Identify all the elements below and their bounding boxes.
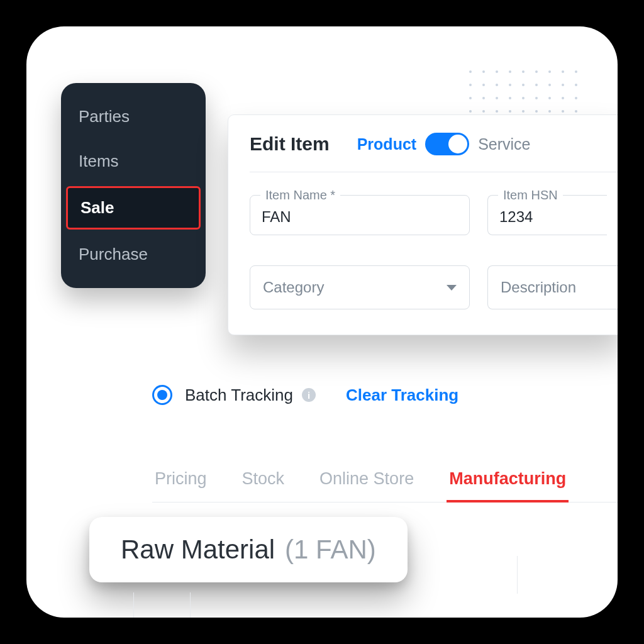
item-hsn-label: Item HSN <box>498 188 563 203</box>
card-title: Edit Item <box>250 133 330 155</box>
card-header: Edit Item Product Service <box>250 133 618 172</box>
batch-tracking-radio[interactable] <box>152 385 172 405</box>
tab-online-store[interactable]: Online Store <box>317 460 416 502</box>
tab-pricing[interactable]: Pricing <box>152 460 209 502</box>
item-hsn-input[interactable] <box>499 208 596 226</box>
sidebar-item-purchase[interactable]: Purchase <box>61 232 206 277</box>
product-service-toggle[interactable] <box>425 133 469 155</box>
divider-line <box>517 556 518 594</box>
decorative-dots <box>469 70 580 115</box>
info-icon[interactable]: i <box>302 388 316 402</box>
tab-manufacturing[interactable]: Manufacturing <box>447 460 569 502</box>
form-row-2: Category Description <box>250 265 618 309</box>
category-select[interactable]: Category <box>250 265 470 309</box>
item-name-input[interactable] <box>262 208 458 226</box>
tracking-row: Batch Tracking i Clear Tracking <box>152 385 458 405</box>
raw-material-pill[interactable]: Raw Material (1 FAN) <box>89 517 408 582</box>
radio-dot-icon <box>157 390 167 400</box>
item-tabs: Pricing Stock Online Store Manufacturing <box>152 460 618 502</box>
raw-material-label: Raw Material <box>121 535 275 565</box>
description-field[interactable]: Description <box>487 265 618 309</box>
category-placeholder: Category <box>263 279 324 296</box>
sidebar-item-items[interactable]: Items <box>61 139 206 184</box>
clear-tracking-link[interactable]: Clear Tracking <box>346 386 458 405</box>
edit-item-card: Edit Item Product Service Item Name * It… <box>228 114 618 335</box>
sidebar-item-parties[interactable]: Parties <box>61 94 206 139</box>
app-frame: Parties Items Sale Purchase Edit Item Pr… <box>26 26 618 618</box>
item-name-field[interactable]: Item Name * <box>250 195 470 235</box>
sidebar-item-sale[interactable]: Sale <box>66 186 201 230</box>
sidebar: Parties Items Sale Purchase <box>61 83 206 288</box>
item-name-label: Item Name * <box>260 188 340 203</box>
product-service-toggle-group: Product Service <box>357 133 531 155</box>
item-hsn-field[interactable]: Item HSN <box>487 195 607 235</box>
divider-line <box>190 592 191 618</box>
batch-tracking-label: Batch Tracking <box>185 386 293 405</box>
description-placeholder: Description <box>501 279 576 296</box>
tab-stock[interactable]: Stock <box>240 460 287 502</box>
toggle-knob <box>448 135 467 153</box>
toggle-label-product: Product <box>357 135 416 153</box>
raw-material-count: (1 FAN) <box>285 535 376 565</box>
chevron-down-icon <box>447 285 457 291</box>
form-row-1: Item Name * Item HSN <box>250 195 618 235</box>
toggle-label-service: Service <box>478 135 530 153</box>
divider-line <box>133 592 134 618</box>
